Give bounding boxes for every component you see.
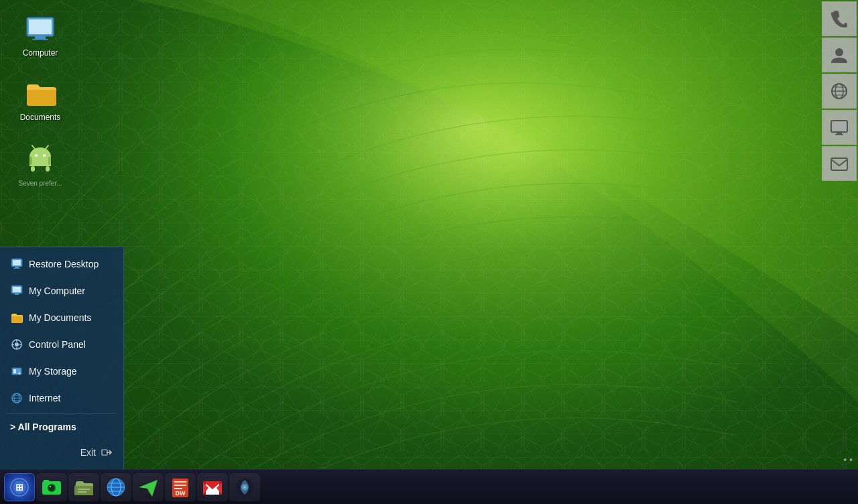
svg-point-84	[243, 486, 246, 489]
svg-point-13	[35, 154, 38, 157]
control-panel-label: Control Panel	[29, 339, 86, 350]
svg-rect-52	[831, 158, 847, 170]
my-storage-label: My Storage	[29, 366, 77, 377]
svg-text:DW: DW	[176, 490, 186, 497]
menu-item-my-storage[interactable]: My Storage	[0, 358, 123, 385]
svg-rect-57	[44, 480, 49, 483]
svg-rect-21	[15, 267, 19, 268]
svg-text:⊞: ⊞	[15, 482, 23, 493]
svg-rect-74	[174, 488, 182, 489]
desktop: Computer Documents	[0, 0, 858, 504]
taskbar-btn-browser[interactable]	[101, 473, 131, 501]
svg-rect-11	[31, 166, 35, 172]
android-icon	[24, 142, 56, 174]
menu-item-my-computer[interactable]: My Computer	[0, 277, 123, 304]
internet-icon	[10, 391, 23, 405]
svg-rect-25	[15, 294, 19, 295]
start-button[interactable]: ⊞	[4, 473, 35, 501]
my-computer-label: My Computer	[29, 286, 85, 296]
desktop-icon-android[interactable]: Seven prefer...	[13, 142, 67, 187]
dots-indicator: • •	[843, 454, 853, 465]
exit-label: Exit	[80, 447, 96, 458]
taskbar-btn-files[interactable]	[68, 473, 99, 501]
restore-desktop-icon	[10, 257, 23, 271]
my-documents-icon	[10, 311, 23, 324]
computer-icon	[24, 13, 56, 46]
svg-rect-12	[46, 166, 50, 172]
menu-item-internet[interactable]: Internet	[0, 385, 123, 412]
my-documents-label: My Documents	[29, 312, 91, 323]
svg-rect-24	[13, 287, 21, 292]
svg-rect-18	[48, 157, 51, 165]
menu-separator	[7, 413, 117, 414]
restore-desktop-label: Restore Desktop	[29, 259, 99, 269]
desktop-icon-computer[interactable]: Computer	[13, 13, 67, 58]
svg-rect-20	[13, 260, 21, 265]
android-sublabel: Seven prefer...	[18, 180, 62, 187]
svg-rect-8	[32, 39, 48, 40]
svg-rect-7	[35, 36, 46, 39]
sidebar-btn-globe[interactable]	[822, 74, 857, 109]
sidebar-btn-screen[interactable]	[822, 110, 857, 145]
svg-rect-51	[835, 134, 843, 135]
svg-rect-49	[833, 123, 845, 130]
internet-label: Internet	[29, 393, 60, 403]
all-programs-label: > All Programs	[10, 422, 76, 432]
right-sidebar	[820, 0, 858, 182]
svg-point-14	[43, 154, 46, 157]
svg-rect-6	[29, 19, 52, 34]
svg-rect-40	[102, 450, 107, 455]
svg-line-15	[32, 145, 35, 149]
svg-rect-73	[174, 485, 186, 486]
svg-point-27	[15, 342, 19, 346]
menu-item-restore-desktop[interactable]: Restore Desktop	[0, 251, 123, 277]
svg-rect-3	[0, 0, 858, 504]
menu-item-my-documents[interactable]: My Documents	[0, 304, 123, 331]
svg-rect-33	[13, 369, 16, 373]
svg-rect-17	[29, 157, 32, 165]
control-panel-icon	[10, 338, 23, 351]
svg-rect-50	[837, 132, 842, 134]
svg-marker-69	[139, 480, 158, 497]
taskbar-btn-gmail[interactable]	[197, 473, 228, 501]
computer-label: Computer	[23, 48, 58, 58]
svg-point-42	[835, 48, 843, 56]
svg-point-60	[50, 485, 51, 487]
sidebar-btn-phone[interactable]	[822, 1, 857, 36]
svg-point-34	[19, 373, 21, 375]
wave-background	[0, 0, 858, 504]
documents-icon	[24, 78, 56, 110]
start-menu: Restore Desktop My Computer My Documents…	[0, 247, 124, 469]
desktop-icon-documents[interactable]: Documents	[13, 78, 67, 122]
sidebar-btn-contacts[interactable]	[822, 38, 857, 72]
exit-icon	[100, 446, 113, 459]
taskbar-btn-camera[interactable]	[36, 473, 67, 501]
my-storage-icon	[10, 365, 23, 378]
svg-rect-4	[0, 0, 858, 504]
taskbar-btn-writer[interactable]: DW	[165, 473, 196, 501]
my-computer-icon	[10, 284, 23, 298]
taskbar-btn-app7[interactable]	[229, 473, 260, 501]
desktop-icons-container: Computer Documents	[0, 0, 80, 200]
svg-line-16	[46, 145, 48, 149]
sidebar-btn-mail[interactable]	[822, 146, 857, 181]
taskbar: ⊞	[0, 469, 858, 504]
taskbar-btn-send[interactable]	[133, 473, 164, 501]
svg-rect-72	[174, 481, 186, 483]
svg-rect-22	[13, 268, 20, 269]
svg-rect-10	[29, 157, 51, 166]
menu-item-control-panel[interactable]: Control Panel	[0, 331, 123, 358]
menu-item-all-programs[interactable]: > All Programs	[0, 415, 123, 439]
documents-label: Documents	[20, 113, 61, 122]
menu-item-exit[interactable]: Exit	[0, 439, 123, 466]
